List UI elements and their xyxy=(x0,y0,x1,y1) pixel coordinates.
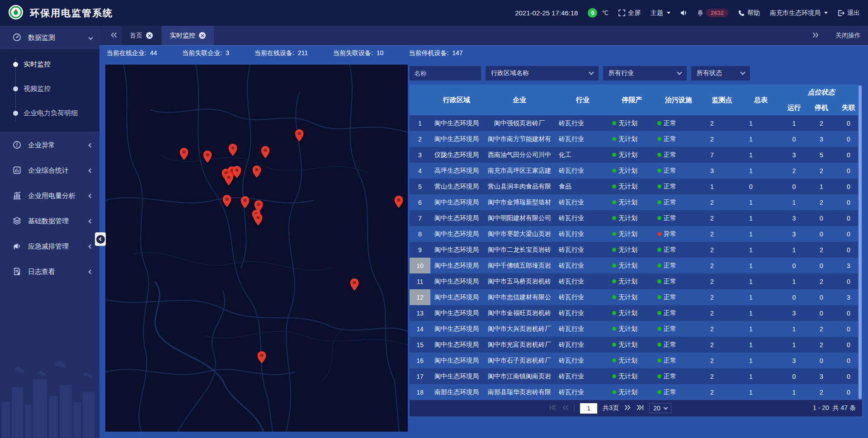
sidebar-group-header[interactable]: 基础数据管理 xyxy=(0,209,99,233)
sidebar-group-header[interactable]: 企业综合统计 xyxy=(0,159,99,182)
map-pin-icon[interactable] xyxy=(350,278,359,292)
chevron-down-icon xyxy=(677,70,682,75)
cell-industry: 砖瓦行业 xyxy=(556,337,609,353)
tab[interactable]: 首页 xyxy=(122,26,161,45)
filter-select[interactable]: 所有行业 xyxy=(603,66,687,80)
map-pin-icon[interactable] xyxy=(179,148,188,162)
table-row[interactable]: 1 阆中生态环境局 阆中强锐页岩砖厂 砖瓦行业 无计划 正常 2 1 1 2 0 xyxy=(410,115,862,131)
name-filter-input[interactable] xyxy=(410,66,481,80)
map-pin-icon[interactable] xyxy=(203,151,212,165)
filter-bar: 行政区域名称 所有行业 所有状态 xyxy=(410,66,862,80)
cell-limit-status: 无计划 xyxy=(609,163,655,179)
table-row[interactable]: 5 营山生态环境局 营山县润丰肉食品有限 食品 无计划 正常 1 0 0 1 0 xyxy=(410,179,862,194)
cell-company: 南部县瑞华页岩砖有限 xyxy=(483,384,556,400)
map-pin-icon[interactable] xyxy=(394,196,403,210)
main-area: 首页 实时监控 关闭操作 当前在线企业: 44当前失联企业: 3当前在线设备: … xyxy=(99,26,868,438)
map-pin-icon[interactable] xyxy=(295,129,303,143)
sidebar-group-header[interactable]: 企业用电量分析 xyxy=(0,184,99,207)
cell-run: 3 xyxy=(780,147,808,163)
cell-stop: 3 xyxy=(808,131,835,147)
table-scrollbar[interactable] xyxy=(858,85,862,400)
map-pin-icon[interactable] xyxy=(253,165,261,179)
cell-company: 阆中市枣碧大梁山页岩 xyxy=(483,226,556,242)
theme-dropdown[interactable]: 主题 xyxy=(651,9,670,17)
table-row[interactable]: 18 南部生态环境局 南部县瑞华页岩砖有限 砖瓦行业 无计划 正常 2 1 1 … xyxy=(410,384,862,400)
cell-points: 2 xyxy=(703,273,741,289)
map-pin-icon[interactable] xyxy=(261,146,269,160)
cell-region: 阆中生态环境局 xyxy=(430,210,483,226)
tabs-scroll-left-button[interactable] xyxy=(106,26,122,45)
map-panel[interactable] xyxy=(105,65,408,432)
table-row[interactable]: 2 阆中生态环境局 阆中市南方节能建材有 砖瓦行业 无计划 正常 2 1 0 3… xyxy=(410,131,862,147)
logout-button[interactable]: 退出 xyxy=(838,9,860,17)
table-row[interactable]: 12 阆中生态环境局 阆中市忠信建材有限公 砖瓦行业 无计划 正常 2 1 0 … xyxy=(410,289,862,305)
cell-stop: 5 xyxy=(808,147,835,163)
table-row[interactable]: 7 阆中生态环境局 阆中明阳建材有限公司 砖瓦行业 无计划 正常 2 1 3 0… xyxy=(410,210,862,226)
fullscreen-button[interactable]: 全屏 xyxy=(618,9,641,17)
close-operations-button[interactable]: 关闭操作 xyxy=(835,32,861,40)
prev-page-button[interactable] xyxy=(562,405,569,412)
tabs-scroll-right-button[interactable] xyxy=(808,32,824,39)
cell-limit-status: 无计划 xyxy=(609,289,655,305)
map-pin-icon[interactable] xyxy=(233,166,241,180)
tab[interactable]: 实时监控 xyxy=(162,26,214,45)
table-row[interactable]: 16 阆中生态环境局 阆中市石子页岩机砖厂 砖瓦行业 无计划 正常 2 1 3 … xyxy=(410,353,862,368)
chevron-icon xyxy=(89,269,93,274)
enterprise-table: 行政区域 企业 行业 停限产 治污设施 监测点 总表 点位状态 运行 停机 失联… xyxy=(410,85,862,400)
pagination-controls: 共3页 20 xyxy=(549,403,671,414)
mute-button[interactable] xyxy=(680,10,687,16)
map-pin-icon[interactable] xyxy=(229,144,237,158)
sidebar-group: 应急减排管理 xyxy=(0,235,99,258)
cell-limit-status: 无计划 xyxy=(609,258,655,273)
cell-industry: 砖瓦行业 xyxy=(556,210,609,226)
table-row[interactable]: 9 阆中生态环境局 阆中市二龙长宝页岩砖 砖瓦行业 无计划 正常 2 1 1 2… xyxy=(410,242,862,258)
map-pin-icon[interactable] xyxy=(254,213,262,227)
table-row[interactable]: 14 阆中生态环境局 阆中市大兴页岩机砖厂 砖瓦行业 无计划 正常 2 1 1 … xyxy=(410,321,862,337)
chevron-down-icon xyxy=(663,405,668,410)
table-row[interactable]: 13 阆中生态环境局 阆中市金福旺页岩机砖 砖瓦行业 无计划 正常 2 1 3 … xyxy=(410,305,862,321)
cell-industry: 砖瓦行业 xyxy=(556,289,609,305)
filter-select[interactable]: 所有状态 xyxy=(691,66,750,80)
page-title: 环保用电监管系统 xyxy=(30,7,113,19)
map-pin-icon[interactable] xyxy=(224,173,233,187)
table-row[interactable]: 3 仪陇生态环境局 西南油气田分公司川中 化工 无计划 正常 7 1 3 5 0 xyxy=(410,147,862,163)
table-row[interactable]: 10 阆中生态环境局 阆中千佛镇五郎垭页岩 砖瓦行业 无计划 正常 2 1 0 … xyxy=(410,258,862,273)
next-page-button[interactable] xyxy=(624,405,631,412)
table-row[interactable]: 15 阆中生态环境局 阆中市光富页岩机砖厂 砖瓦行业 无计划 正常 2 1 1 … xyxy=(410,337,862,353)
first-page-button[interactable] xyxy=(549,405,557,412)
cell-run: 3 xyxy=(780,226,808,242)
app-logo xyxy=(8,5,24,22)
org-dropdown[interactable]: 南充市生态环境局 xyxy=(770,9,828,17)
tab-close-icon[interactable] xyxy=(146,32,153,39)
tab-close-icon[interactable] xyxy=(199,32,206,39)
page-number-input[interactable] xyxy=(580,403,597,414)
sidebar-group-header[interactable]: 日志查看 xyxy=(0,260,99,283)
sidebar-group-header[interactable]: 数据监测 xyxy=(0,26,99,49)
map-pin-icon[interactable] xyxy=(222,195,231,209)
map-pin-icon[interactable] xyxy=(241,196,250,210)
cell-limit-status: 无计划 xyxy=(609,115,655,131)
table-row[interactable]: 17 阆中生态环境局 阆中市江南镇阆南页岩 砖瓦行业 无计划 正常 2 1 0 … xyxy=(410,368,862,384)
last-page-button[interactable] xyxy=(637,405,644,412)
sidebar-group-header[interactable]: 企业异常 xyxy=(0,133,99,157)
table-row[interactable]: 6 阆中生态环境局 阆中市金博瑞新型墙材 砖瓦行业 无计划 正常 2 1 1 2… xyxy=(410,194,862,210)
sidebar-item-link[interactable]: 企业电力负荷明细 xyxy=(0,101,99,125)
sidebar-item-link[interactable]: 视频监控 xyxy=(0,76,99,101)
sidebar-group-header[interactable]: 应急减排管理 xyxy=(0,235,99,258)
sidebar-item-active[interactable]: 实时监控 xyxy=(0,52,99,76)
table-row[interactable]: 8 阆中生态环境局 阆中市枣碧大梁山页岩 砖瓦行业 无计划 异常 2 1 3 0… xyxy=(410,226,862,242)
phone-icon xyxy=(738,10,745,16)
cell-facility-status: 正常 xyxy=(655,242,703,258)
map-pin-icon[interactable] xyxy=(257,351,266,365)
map-collapse-handle[interactable] xyxy=(95,232,106,246)
col-header-industry: 行业 xyxy=(556,85,609,115)
help-button[interactable]: 帮助 xyxy=(738,9,760,17)
table-row[interactable]: 11 阆中生态环境局 阆中市五马桥页岩机砖 砖瓦行业 无计划 正常 2 1 1 … xyxy=(410,273,862,289)
alarm-indicator[interactable]: 2632 xyxy=(697,9,728,17)
cell-run: 2 xyxy=(780,163,808,179)
page-size-select[interactable]: 20 xyxy=(649,403,671,413)
filter-select[interactable]: 行政区域名称 xyxy=(486,66,599,80)
cell-company: 阆中市江南镇阆南页岩 xyxy=(483,368,556,384)
table-row[interactable]: 4 高坪生态环境局 南充市高坪区王家店建 砖瓦行业 无计划 正常 3 1 2 2… xyxy=(410,163,862,179)
table-body: 1 阆中生态环境局 阆中强锐页岩砖厂 砖瓦行业 无计划 正常 2 1 1 2 0… xyxy=(410,115,862,400)
